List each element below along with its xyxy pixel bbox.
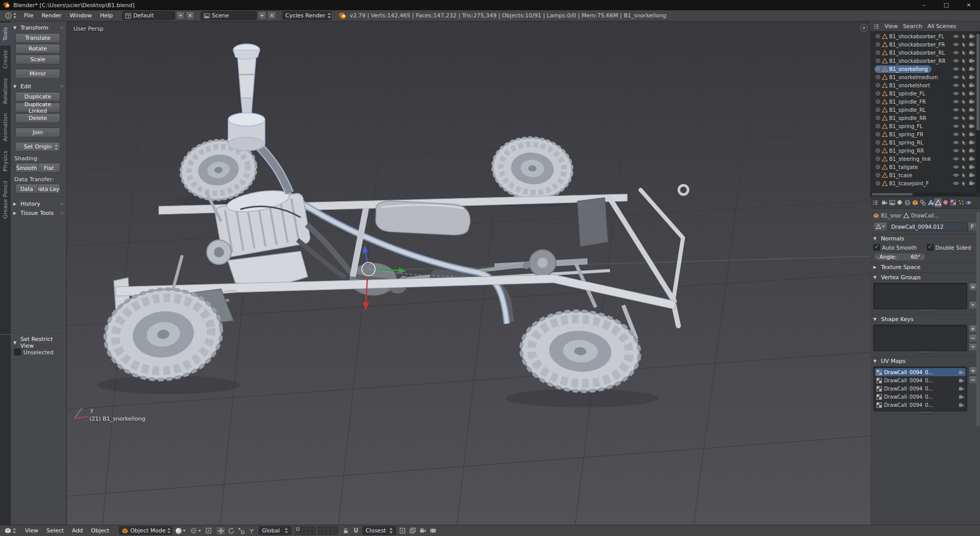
restrict-render-icon[interactable]	[969, 58, 975, 64]
hide-eye-icon[interactable]	[953, 156, 959, 162]
transform-tool-button[interactable]: Translate	[15, 33, 60, 43]
screen-layout-select[interactable]: Default	[122, 11, 175, 20]
hide-eye-icon[interactable]	[953, 33, 959, 39]
active-render-camera-icon[interactable]	[959, 394, 964, 400]
menubar-menu[interactable]: File	[20, 12, 37, 19]
outliner-search-menu[interactable]: Search	[903, 23, 922, 30]
outliner-row[interactable]: B1_snorkelmedium	[870, 73, 976, 81]
transform-tool-button[interactable]: Rotate	[15, 44, 60, 54]
viewport-shading-select[interactable]	[175, 528, 187, 534]
restrict-select-icon[interactable]	[961, 164, 967, 170]
outliner-row[interactable]: B1_snorkelshort	[870, 81, 976, 89]
active-render-camera-icon[interactable]	[959, 370, 964, 375]
mode-select[interactable]: Object Mode	[119, 526, 172, 535]
restrict-select-icon[interactable]	[961, 148, 967, 154]
edit-tool-button[interactable]: Duplicate	[15, 92, 60, 102]
hide-eye-icon[interactable]	[953, 123, 959, 129]
outliner-row[interactable]: B1_snorkellong	[870, 65, 976, 73]
render-engine-select[interactable]: Cycles Render	[282, 11, 331, 20]
shape-key-specials-button[interactable]	[969, 343, 977, 351]
expand-icon[interactable]	[875, 66, 880, 71]
fake-user-button[interactable]: F	[968, 222, 977, 231]
expand-icon[interactable]	[875, 34, 880, 39]
snap-peel-icon[interactable]	[409, 527, 416, 534]
outliner-row[interactable]: B1_shockabsorber_RR	[870, 57, 976, 65]
expand-icon[interactable]	[875, 58, 880, 63]
add-shape-key-button[interactable]: +	[969, 325, 977, 333]
restrict-render-icon[interactable]	[969, 148, 975, 154]
normals-panel-header[interactable]: ▼ Normals	[870, 234, 980, 242]
join-button[interactable]: Join	[15, 128, 60, 137]
restrict-render-icon[interactable]	[969, 66, 975, 72]
set-origin-button[interactable]: Set Origin	[15, 142, 60, 152]
expand-icon[interactable]	[875, 75, 880, 80]
menubar-menu[interactable]: Help	[96, 12, 117, 19]
vertex-group-specials-button[interactable]	[969, 301, 977, 309]
restrict-select-icon[interactable]	[961, 34, 967, 39]
hide-eye-icon[interactable]	[953, 164, 959, 170]
minimize-button[interactable]: –	[913, 0, 935, 10]
tab-object-data[interactable]	[934, 198, 942, 207]
tab-object[interactable]	[911, 198, 919, 207]
hide-eye-icon[interactable]	[953, 180, 959, 186]
transform-tool-button[interactable]: Scale	[15, 55, 60, 64]
restrict-render-icon[interactable]	[969, 131, 975, 137]
active-render-camera-icon[interactable]	[959, 402, 964, 408]
decrement-arrow-icon[interactable]: ‹	[876, 254, 878, 260]
tool-shelf-tab[interactable]: Physics	[0, 146, 11, 176]
expand-icon[interactable]	[875, 115, 880, 120]
restrict-render-icon[interactable]	[969, 74, 975, 80]
tissue-tools-panel-header[interactable]: ▶ Tissue Tools ≡	[11, 208, 66, 217]
editor-type-button[interactable]	[3, 12, 19, 19]
add-vertex-group-button[interactable]: +	[969, 283, 977, 291]
restrict-render-icon[interactable]	[969, 107, 975, 113]
restrict-select-icon[interactable]	[961, 75, 967, 80]
list-resize-grip[interactable]	[870, 411, 980, 415]
tab-modifiers[interactable]	[926, 198, 934, 207]
restrict-render-icon[interactable]	[969, 50, 975, 56]
restrict-render-icon[interactable]	[969, 33, 975, 39]
restrict-render-icon[interactable]	[969, 164, 975, 170]
history-panel-header[interactable]: ▶ History ≡	[11, 199, 66, 208]
panel-grip-icon[interactable]: ≡	[60, 25, 64, 30]
expand-icon[interactable]	[875, 173, 880, 178]
tab-constraints[interactable]	[919, 198, 926, 207]
outliner-row[interactable]: B1_spring_FL	[870, 122, 976, 130]
outliner-editor-icon[interactable]	[873, 23, 879, 30]
shape-keys-list[interactable]	[873, 325, 967, 351]
expand-icon[interactable]	[875, 91, 880, 96]
snap-element-icon[interactable]	[399, 527, 406, 534]
properties-scrollbar-thumb[interactable]	[976, 212, 979, 426]
hide-eye-icon[interactable]	[953, 99, 959, 105]
outliner-row[interactable]: B1_spindle_FL	[870, 89, 976, 98]
hide-eye-icon[interactable]	[953, 41, 959, 47]
outliner-row[interactable]: B1_tcasejoint_F	[870, 179, 976, 187]
hide-eye-icon[interactable]	[953, 115, 959, 121]
shape-keys-panel-header[interactable]: ▼ Shape Keys	[870, 314, 980, 323]
vertex-groups-panel-header[interactable]: ▼ Vertex Groups	[870, 273, 980, 281]
tab-particles[interactable]	[957, 198, 965, 207]
snap-target-select[interactable]: Closest	[362, 526, 396, 535]
active-render-camera-icon[interactable]	[959, 378, 964, 383]
add-layout-button[interactable]: +	[176, 11, 185, 20]
outliner-hscrollbar-thumb[interactable]	[872, 193, 913, 196]
uv-map-row[interactable]: DrawCall_0094_0...	[875, 393, 966, 401]
hide-eye-icon[interactable]	[953, 58, 959, 64]
list-resize-grip[interactable]	[870, 309, 980, 313]
double-sided-checkbox[interactable]: ✓ Double Sided	[926, 244, 978, 251]
panel-grip-icon[interactable]: ≡	[60, 201, 64, 206]
3d-viewport[interactable]: User Persp + y (21) B1_snorkellong	[67, 21, 870, 525]
uv-map-row[interactable]: DrawCall_0094_0...	[875, 368, 966, 376]
editor-type-button[interactable]	[3, 527, 18, 534]
uv-map-row[interactable]: DrawCall_0094_0...	[875, 384, 966, 393]
tab-render-layers[interactable]	[888, 198, 896, 207]
tool-shelf-tab[interactable]: Tools	[0, 22, 11, 45]
mesh-name-field[interactable]: DrawCall_0094.012	[888, 222, 968, 231]
translate-manipulator-button[interactable]	[216, 526, 226, 535]
auto-smooth-angle-field[interactable]: ‹ Angle: 60° ›	[874, 253, 926, 261]
expand-icon[interactable]	[875, 132, 880, 137]
tool-shelf-tab[interactable]: Grease Pencil	[0, 176, 11, 223]
properties-editor-icon[interactable]	[872, 200, 878, 206]
outliner-row[interactable]: B1_shockabsorber_FR	[870, 40, 976, 48]
restrict-select-icon[interactable]	[961, 107, 967, 113]
